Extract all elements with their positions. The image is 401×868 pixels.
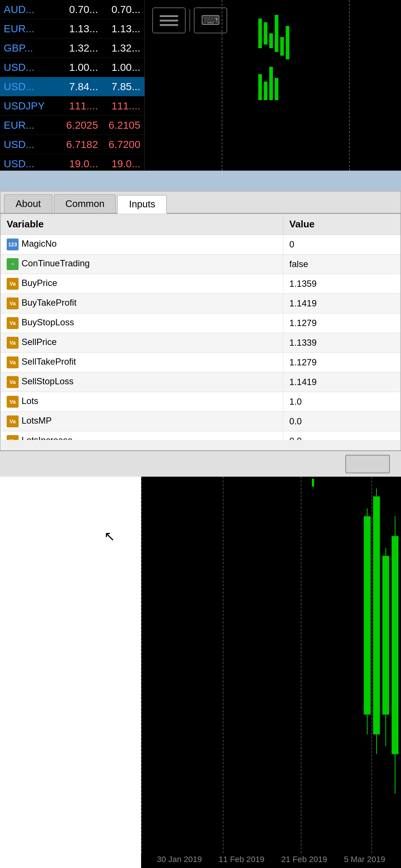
market-price2: 111.... bbox=[100, 100, 140, 112]
svg-rect-22 bbox=[312, 479, 314, 486]
value-cell: 1.1419 bbox=[283, 372, 401, 392]
value-cell: 1.1359 bbox=[283, 274, 401, 294]
table-row[interactable]: VaBuyTakeProfit1.1419 bbox=[1, 294, 401, 313]
table-row[interactable]: VaSellPrice1.1339 bbox=[1, 333, 401, 353]
svg-rect-9 bbox=[275, 78, 278, 100]
top-panel: AUD...0.70...0.70...EUR...1.13...1.13...… bbox=[0, 0, 401, 171]
market-price1: 1.13... bbox=[57, 23, 98, 35]
tab-about[interactable]: About bbox=[4, 194, 52, 213]
market-row[interactable]: USD...1.00...1.00... bbox=[0, 58, 144, 77]
svg-rect-13 bbox=[373, 496, 380, 734]
cursor-icon: ↖ bbox=[104, 529, 115, 544]
variable-cell: 123MagicNo bbox=[1, 235, 283, 254]
variable-cell: VaLots bbox=[1, 392, 283, 412]
svg-rect-3 bbox=[275, 15, 278, 52]
tab-inputs[interactable]: Inputs bbox=[117, 195, 167, 214]
market-price2: 19.0... bbox=[100, 158, 140, 170]
market-price1: 0.70... bbox=[57, 4, 98, 16]
market-name: USD... bbox=[4, 62, 56, 73]
var-icon: 123 bbox=[7, 239, 19, 250]
market-price1: 19.0... bbox=[57, 158, 98, 170]
svg-rect-7 bbox=[264, 82, 267, 100]
var-icon: Va bbox=[7, 396, 19, 408]
chart-area-top: ⌨ bbox=[145, 0, 401, 171]
variable-cell: VaBuyStopLoss bbox=[1, 313, 283, 333]
variable-cell: VaBuyPrice bbox=[1, 274, 283, 294]
market-name: AUD... bbox=[4, 4, 56, 16]
svg-rect-10 bbox=[364, 516, 371, 714]
var-icon: Va bbox=[7, 317, 19, 329]
market-price1: 1.32... bbox=[57, 42, 98, 54]
bottom-chart: 30 Jan 201911 Feb 201921 Feb 20195 Mar 2… bbox=[141, 477, 401, 868]
market-row[interactable]: EUR...1.13...1.13... bbox=[0, 19, 144, 39]
ok-button[interactable] bbox=[345, 455, 390, 473]
expert-title-bar bbox=[0, 171, 401, 191]
date-labels: 30 Jan 201911 Feb 201921 Feb 20195 Mar 2… bbox=[141, 855, 401, 864]
market-list: AUD...0.70...0.70...EUR...1.13...1.13...… bbox=[0, 0, 145, 171]
table-row[interactable]: VaLotsIncrease0.0 bbox=[1, 431, 401, 440]
value-cell: 0 bbox=[283, 235, 401, 254]
market-name: EUR... bbox=[4, 23, 56, 35]
table-row[interactable]: VaSellStopLoss1.1419 bbox=[1, 372, 401, 392]
table-row[interactable]: VaSellTakeProfit1.1279 bbox=[1, 353, 401, 372]
market-price1: 1.00... bbox=[57, 62, 98, 73]
market-price2: 1.32... bbox=[100, 42, 140, 54]
market-name: USD... bbox=[4, 139, 56, 151]
market-name: EUR... bbox=[4, 119, 56, 131]
table-row[interactable]: VaBuyPrice1.1359 bbox=[1, 274, 401, 294]
value-cell: 0.0 bbox=[283, 431, 401, 440]
svg-rect-1 bbox=[264, 22, 267, 45]
variable-cell: VaLotsMP bbox=[1, 412, 283, 431]
svg-rect-2 bbox=[269, 33, 273, 48]
svg-rect-0 bbox=[258, 19, 262, 48]
table-row[interactable]: VaLots1.0 bbox=[1, 392, 401, 412]
market-row[interactable]: EUR...6.20256.2105 bbox=[0, 116, 144, 135]
var-icon: Va bbox=[7, 278, 19, 290]
var-icon: Va bbox=[7, 337, 19, 349]
date-label: 5 Mar 2019 bbox=[344, 855, 385, 864]
value-cell: false bbox=[283, 254, 401, 274]
market-price1: 6.7182 bbox=[57, 139, 98, 151]
params-table-container[interactable]: Variable Value 123MagicNo0~ConTinueTradi… bbox=[0, 214, 401, 440]
var-icon: Va bbox=[7, 297, 19, 309]
table-row[interactable]: ~ConTinueTradingfalse bbox=[1, 254, 401, 274]
top-chart-svg bbox=[145, 0, 401, 171]
market-price2: 6.2105 bbox=[100, 119, 140, 131]
table-row[interactable]: VaBuyStopLoss1.1279 bbox=[1, 313, 401, 333]
bottom-left-panel: ↖ bbox=[0, 477, 141, 868]
market-name: USDJPY bbox=[4, 100, 56, 112]
col-value: Value bbox=[283, 214, 401, 235]
market-price1: 6.2025 bbox=[57, 119, 98, 131]
market-row[interactable]: USDJPY111....111.... bbox=[0, 96, 144, 116]
var-icon: ~ bbox=[7, 258, 19, 270]
variable-cell: VaSellPrice bbox=[1, 333, 283, 353]
bottom-chart-svg bbox=[141, 477, 401, 853]
dialog-panel: AboutCommonInputs Variable Value 123Magi… bbox=[0, 191, 401, 451]
value-cell: 1.1339 bbox=[283, 333, 401, 353]
col-variable: Variable bbox=[1, 214, 283, 235]
var-icon: Va bbox=[7, 415, 19, 427]
market-name: GBP... bbox=[4, 42, 56, 54]
var-icon: Va bbox=[7, 435, 19, 440]
market-row[interactable]: GBP...1.32...1.32... bbox=[0, 39, 144, 58]
market-price2: 1.00... bbox=[100, 62, 140, 73]
tab-common[interactable]: Common bbox=[54, 194, 116, 213]
date-label: 21 Feb 2019 bbox=[281, 855, 327, 864]
market-name: USD... bbox=[4, 158, 56, 170]
variable-cell: VaBuyTakeProfit bbox=[1, 294, 283, 313]
market-price2: 1.13... bbox=[100, 23, 140, 35]
market-row[interactable]: AUD...0.70...0.70... bbox=[0, 0, 144, 19]
table-row[interactable]: VaLotsMP0.0 bbox=[1, 412, 401, 431]
market-price2: 0.70... bbox=[100, 4, 140, 16]
market-row[interactable]: USD...6.71826.7200 bbox=[0, 135, 144, 154]
ok-area bbox=[0, 451, 401, 477]
market-price2: 6.7200 bbox=[100, 139, 140, 151]
value-cell: 0.0 bbox=[283, 412, 401, 431]
market-price2: 7.85... bbox=[100, 81, 140, 93]
svg-rect-5 bbox=[286, 26, 290, 59]
market-price1: 7.84... bbox=[57, 81, 98, 93]
table-row[interactable]: 123MagicNo0 bbox=[1, 235, 401, 254]
variable-cell: ~ConTinueTrading bbox=[1, 254, 283, 274]
market-row[interactable]: USD...7.84...7.85... bbox=[0, 77, 144, 96]
variable-cell: VaLotsIncrease bbox=[1, 431, 283, 440]
